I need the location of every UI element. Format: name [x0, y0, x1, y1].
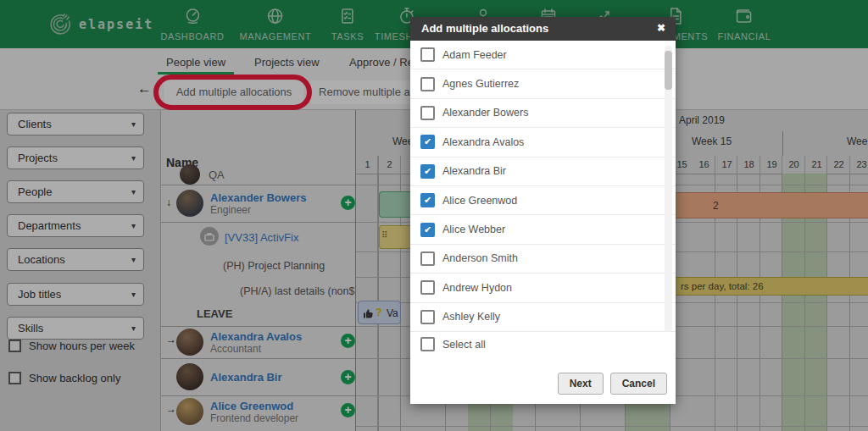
scrollbar-thumb[interactable]	[665, 51, 672, 90]
dialog-footer: Next Cancel	[558, 373, 667, 395]
checkbox[interactable]: ✔	[420, 223, 435, 237]
person-row[interactable]: ✔ Ashley Kelly	[410, 303, 676, 332]
cancel-button[interactable]: Cancel	[610, 373, 667, 395]
checkbox[interactable]: ✔	[420, 77, 435, 91]
person-row[interactable]: ✔ Alice Greenwod	[410, 186, 676, 215]
scrollbar-track[interactable]	[665, 46, 672, 332]
checkbox[interactable]: ✔	[420, 47, 435, 62]
dialog-header: Add multiple allocations ✖	[410, 17, 676, 41]
annotation-highlight-circle	[153, 75, 312, 110]
checkbox[interactable]: ✔	[420, 337, 435, 351]
select-all-row[interactable]: ✔ Select all	[410, 332, 676, 357]
add-multiple-allocations-dialog: Add multiple allocations ✖ ✔ Adam Feeder…	[410, 17, 676, 404]
checkbox[interactable]: ✔	[420, 251, 435, 266]
checkbox[interactable]: ✔	[420, 310, 435, 324]
person-row[interactable]: ✔ Andrew Hydon	[410, 274, 676, 302]
checkbox[interactable]: ✔	[420, 280, 435, 295]
next-button[interactable]: Next	[558, 373, 604, 395]
person-row[interactable]: ✔ Alexandra Avalos	[410, 128, 676, 157]
person-row[interactable]: ✔ Alexandra Bir	[410, 157, 676, 186]
checkbox[interactable]: ✔	[420, 135, 435, 149]
dialog-title: Add multiple allocations	[421, 22, 548, 35]
person-row[interactable]: ✔ Alexander Bowers	[410, 99, 676, 128]
checkbox[interactable]: ✔	[420, 106, 435, 120]
close-icon[interactable]: ✖	[657, 22, 665, 34]
checkbox[interactable]: ✔	[420, 193, 435, 207]
people-checkbox-list: ✔ Adam Feeder ✔ Agnes Gutierrez ✔ Alexan…	[410, 41, 676, 357]
person-row[interactable]: ✔ Anderson Smith	[410, 245, 676, 274]
person-row[interactable]: ✔ Adam Feeder	[410, 41, 676, 69]
checkbox[interactable]: ✔	[420, 164, 435, 179]
person-row[interactable]: ✔ Alice Webber	[410, 215, 676, 244]
app-screen: elapseit DASHBOARD MANAGEMENT TASKS TIME…	[0, 0, 868, 431]
person-row[interactable]: ✔ Agnes Gutierrez	[410, 69, 676, 98]
